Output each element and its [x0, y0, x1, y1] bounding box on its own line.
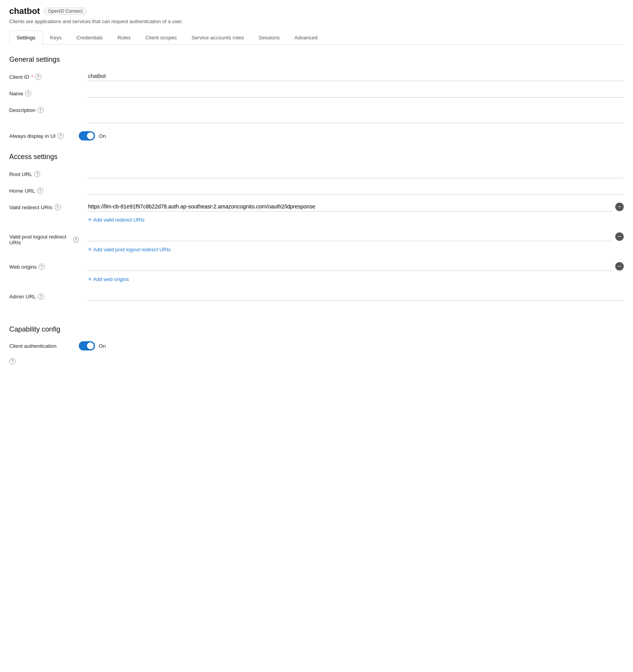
plus-icon-post-logout: +: [88, 246, 92, 253]
general-settings-heading: General settings: [9, 56, 624, 64]
tab-roles[interactable]: Roles: [110, 30, 138, 44]
add-valid-post-logout-uri-link[interactable]: + Add valid post logout redirect URIs: [88, 246, 171, 253]
web-origins-input-0[interactable]: [88, 261, 612, 271]
client-id-row: Client ID * ?: [9, 71, 624, 81]
remove-web-origins-button-0[interactable]: −: [615, 262, 624, 271]
always-display-toggle[interactable]: [79, 131, 95, 140]
admin-url-row: Admin URL ?: [9, 291, 624, 301]
description-row: Description ?: [9, 105, 624, 124]
access-settings-heading: Access settings: [9, 153, 624, 161]
home-url-row: Home URL ?: [9, 185, 624, 195]
capability-config-section: Capability config Client authentication …: [9, 325, 624, 364]
admin-url-input[interactable]: [88, 291, 624, 301]
client-auth-toggle-wrap: On: [79, 341, 106, 350]
valid-post-logout-group: − + Add valid post logout redirect URIs: [88, 232, 624, 254]
plus-icon: +: [88, 216, 92, 223]
home-url-input-wrap: [88, 185, 624, 195]
plus-icon-web-origins: +: [88, 276, 92, 283]
description-label: Description ?: [9, 105, 79, 113]
general-settings-section: General settings Client ID * ? Name ? De…: [9, 56, 624, 140]
web-origins-row: Web origins ? − + Add web origins: [9, 261, 624, 284]
capability-config-heading: Capability config: [9, 325, 624, 333]
name-help-icon[interactable]: ?: [25, 90, 31, 96]
valid-post-logout-redirect-uris-row: Valid post logout redirect URIs ? − + Ad…: [9, 232, 624, 254]
add-valid-redirect-uri-link[interactable]: + Add valid redirect URIs: [88, 216, 144, 223]
name-input[interactable]: [88, 88, 624, 98]
description-input-wrap: [88, 105, 624, 124]
valid-redirect-uris-help-icon[interactable]: ?: [54, 204, 61, 210]
home-url-input[interactable]: [88, 185, 624, 195]
valid-redirect-uris-label: Valid redirect URIs ?: [9, 202, 79, 210]
valid-post-logout-label: Valid post logout redirect URIs ?: [9, 232, 79, 245]
tab-client-scopes[interactable]: Client scopes: [138, 30, 184, 44]
name-label: Name ?: [9, 88, 79, 96]
tab-settings[interactable]: Settings: [9, 30, 43, 45]
web-origins-help-icon[interactable]: ?: [39, 264, 45, 270]
name-input-wrap: [88, 88, 624, 98]
admin-url-input-wrap: [88, 291, 624, 301]
client-id-label: Client ID * ?: [9, 71, 79, 80]
required-indicator: *: [31, 74, 33, 80]
always-display-help-icon[interactable]: ?: [58, 133, 64, 139]
protocol-badge: OpenID Connect: [44, 7, 87, 15]
page-subtitle: Clients are applications and services th…: [9, 19, 624, 24]
home-url-label: Home URL ?: [9, 185, 79, 194]
always-display-toggle-text: On: [99, 133, 106, 139]
web-origins-uri-item: −: [88, 261, 624, 271]
valid-redirect-uri-input-0[interactable]: [88, 202, 612, 212]
client-auth-help-icon[interactable]: ?: [9, 358, 15, 364]
web-origins-group: − + Add web origins: [88, 261, 624, 284]
always-display-label: Always display in UI ?: [9, 133, 79, 139]
client-auth-toggle-slider: [79, 341, 95, 350]
valid-post-logout-help-icon[interactable]: ?: [73, 237, 79, 243]
valid-post-logout-uri-item: −: [88, 232, 624, 241]
tabs-container: Settings Keys Credentials Roles Client s…: [9, 30, 624, 45]
client-auth-toggle-text: On: [99, 343, 106, 349]
toggle-slider: [79, 131, 95, 140]
always-display-row: Always display in UI ? On: [9, 131, 624, 140]
tab-credentials[interactable]: Credentials: [69, 30, 110, 44]
valid-post-logout-uri-input-0[interactable]: [88, 232, 612, 241]
client-auth-row: Client authentication On: [9, 341, 624, 350]
root-url-input-wrap: [88, 169, 624, 178]
root-url-row: Root URL ?: [9, 169, 624, 178]
root-url-input[interactable]: [88, 169, 624, 178]
tab-keys[interactable]: Keys: [43, 30, 69, 44]
tab-sessions[interactable]: Sessions: [251, 30, 287, 44]
remove-valid-post-logout-uri-button-0[interactable]: −: [615, 232, 624, 241]
client-auth-help-row: ?: [9, 357, 624, 364]
client-id-input-wrap: [88, 71, 624, 81]
remove-valid-redirect-uri-button-0[interactable]: −: [615, 203, 624, 211]
admin-url-label: Admin URL ?: [9, 291, 79, 300]
description-input[interactable]: [88, 105, 624, 123]
always-display-toggle-wrap: On: [79, 131, 106, 140]
root-url-help-icon[interactable]: ?: [34, 171, 40, 177]
name-row: Name ?: [9, 88, 624, 98]
app-name: chatbot: [9, 6, 40, 16]
web-origins-label: Web origins ?: [9, 261, 79, 270]
access-settings-section: Access settings Root URL ? Home URL ? Va…: [9, 153, 624, 301]
client-auth-toggle[interactable]: [79, 341, 95, 350]
description-help-icon[interactable]: ?: [37, 107, 44, 113]
tab-advanced[interactable]: Advanced: [287, 30, 325, 44]
page-header: chatbot OpenID Connect: [9, 6, 624, 16]
client-id-input[interactable]: [88, 71, 624, 81]
tab-service-accounts-roles[interactable]: Service accounts roles: [184, 30, 251, 44]
admin-url-help-icon[interactable]: ?: [38, 293, 44, 300]
add-web-origins-link[interactable]: + Add web origins: [88, 276, 129, 283]
root-url-label: Root URL ?: [9, 169, 79, 177]
spacer: [9, 313, 624, 325]
client-id-help-icon[interactable]: ?: [35, 74, 41, 80]
client-auth-label: Client authentication: [9, 343, 79, 349]
valid-redirect-uris-row: Valid redirect URIs ? − + Add valid redi…: [9, 202, 624, 225]
home-url-help-icon[interactable]: ?: [37, 188, 43, 194]
valid-redirect-uri-item: −: [88, 202, 624, 212]
valid-redirect-uris-group: − + Add valid redirect URIs: [88, 202, 624, 225]
